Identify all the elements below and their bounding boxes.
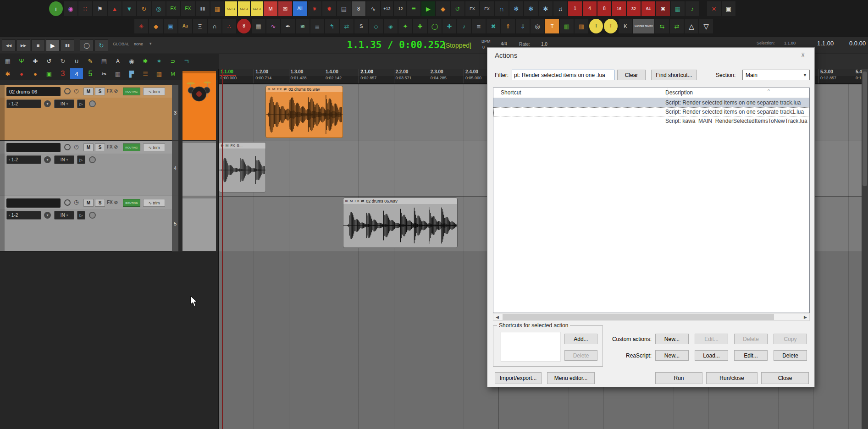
plus-teal-icon[interactable]: ✚: [442, 19, 456, 33]
color-wheel-icon[interactable]: ◉: [64, 1, 77, 16]
track-panel-empty-area[interactable]: [0, 252, 219, 429]
frame-icon[interactable]: ▣: [722, 1, 735, 16]
play-button[interactable]: ▶: [46, 39, 60, 51]
close-button[interactable]: Close: [761, 372, 809, 384]
record-arm-button[interactable]: [64, 199, 71, 206]
dots-icon[interactable]: ∷: [78, 1, 92, 16]
track-name-field[interactable]: 02 drums 06: [6, 87, 61, 96]
window-icon[interactable]: ▛: [125, 68, 138, 79]
track-number-4[interactable]: 4: [172, 141, 178, 196]
freeze2-icon[interactable]: ✻: [524, 1, 538, 16]
lock-green-icon[interactable]: ▣: [43, 68, 55, 79]
pencil-icon[interactable]: ✎: [84, 55, 97, 66]
diamond-orange-icon[interactable]: ◆: [436, 1, 450, 16]
note-teal-icon[interactable]: ♪: [457, 19, 471, 33]
track-panel-3[interactable]: 02 drums 06◷MSFX ⊘ROUTING∿ trim▪1-2▾IN▾▷: [0, 85, 172, 141]
arrow-upleft-icon[interactable]: ↰: [325, 19, 339, 33]
column-green-icon[interactable]: ▥: [560, 19, 574, 33]
pin-icon[interactable]: ⊼: [801, 52, 805, 59]
track-name-field[interactable]: [6, 198, 61, 208]
sparkle-icon[interactable]: ✦: [398, 19, 412, 33]
diamond-teal-icon[interactable]: ◇: [369, 19, 383, 33]
plus12-icon[interactable]: +12: [381, 1, 393, 16]
track-number-3[interactable]: 3: [172, 85, 178, 141]
delete-shortcut-button[interactable]: Delete: [564, 350, 597, 361]
solo-button[interactable]: S: [95, 88, 105, 95]
midi-icon[interactable]: M: [264, 1, 277, 16]
eight-red-icon[interactable]: 8: [237, 19, 251, 33]
burst-icon[interactable]: ✷: [308, 1, 321, 16]
phase-button[interactable]: ▷: [77, 99, 85, 108]
arrow-up-orange-icon[interactable]: ⇑: [501, 19, 515, 33]
pan-knob[interactable]: [89, 100, 96, 107]
rate-value[interactable]: 1.0: [541, 42, 547, 47]
wave-icon[interactable]: ∿: [366, 1, 380, 16]
num5-icon[interactable]: 5: [84, 68, 97, 79]
pan-knob[interactable]: [89, 156, 96, 163]
chevron-down-icon[interactable]: ▾: [44, 156, 51, 163]
horizontal-scrollbar[interactable]: ◀ ▶: [493, 313, 810, 321]
meter-icon[interactable]: ▮▮: [196, 1, 210, 16]
num3-icon[interactable]: 3: [56, 68, 69, 79]
clock-icon[interactable]: ◷: [74, 88, 78, 94]
get3-icon[interactable]: GET 3: [251, 1, 263, 16]
curve-icon[interactable]: ∩: [208, 19, 221, 33]
tri-up-icon[interactable]: △: [685, 19, 698, 33]
mixer-panel-track-3[interactable]: [182, 71, 216, 141]
import-export-button[interactable]: Import/export...: [495, 372, 542, 384]
shortcut-listbox[interactable]: [501, 332, 560, 362]
reascript-edit-button[interactable]: Edit...: [734, 350, 768, 361]
undo-green-icon[interactable]: ↺: [451, 1, 464, 16]
repeat-button[interactable]: ↻: [94, 39, 108, 51]
action-row[interactable]: Script: Render selected items on one sep…: [493, 107, 809, 116]
trim-envelope-button[interactable]: ∿ trim: [143, 143, 165, 151]
minus12-icon[interactable]: -12: [394, 1, 406, 16]
solo-button[interactable]: S: [95, 199, 105, 207]
action-row[interactable]: Script: kawa_MAIN_RenderSelectedItemsToN…: [493, 116, 809, 126]
action-list[interactable]: Shortcut Description ^ Script: Render se…: [493, 88, 810, 313]
headphones-icon[interactable]: ∩: [495, 1, 509, 16]
record-red-icon[interactable]: ●: [15, 68, 28, 79]
star-green-icon[interactable]: ✱: [139, 55, 152, 66]
piano-icon[interactable]: ♫: [553, 1, 567, 16]
x-teal-icon[interactable]: ✖: [487, 19, 500, 33]
scroll-left-icon[interactable]: ◀: [493, 314, 501, 320]
track-panel-4[interactable]: ◷MSFX ⊘ROUTING∿ trim▪1-2▾IN▾▷: [0, 141, 172, 196]
mute-button[interactable]: M: [83, 88, 94, 95]
io-button[interactable]: ▪1-2: [6, 99, 41, 108]
freeze-icon[interactable]: ✻: [509, 1, 523, 16]
filter-input[interactable]: [512, 70, 614, 80]
skull-icon[interactable]: ✖: [656, 1, 670, 16]
record-button[interactable]: ◯: [80, 39, 94, 51]
record-arm-button[interactable]: [64, 144, 71, 150]
note-green-icon[interactable]: ♪: [686, 1, 699, 16]
track-number-5[interactable]: 5: [172, 196, 178, 252]
time-signature[interactable]: 4/4: [501, 41, 507, 46]
reascript-delete-button[interactable]: Delete: [774, 350, 807, 361]
phase-button[interactable]: ▷: [77, 211, 85, 220]
bracket-icon[interactable]: ⊐: [180, 55, 193, 66]
grid-small-icon[interactable]: ▦: [111, 68, 124, 79]
grid-orange2-icon[interactable]: ▦: [153, 68, 166, 79]
get1-icon[interactable]: GET 1: [225, 1, 237, 16]
sliders-icon[interactable]: ≡: [472, 19, 486, 33]
target-icon[interactable]: ◎: [531, 19, 544, 33]
star-teal-icon[interactable]: ✶: [153, 55, 166, 66]
vertical-scrollbar[interactable]: [862, 69, 868, 429]
razor-icon[interactable]: ✚: [29, 55, 42, 66]
grid-orange-icon[interactable]: ▦: [210, 1, 224, 16]
trim-envelope-button[interactable]: ∿ trim: [143, 199, 165, 207]
arrow-down-blue-icon[interactable]: ⇓: [516, 19, 530, 33]
io-button[interactable]: ▪1-2: [6, 155, 41, 164]
loop-icon[interactable]: ↻: [137, 1, 151, 16]
phase-button[interactable]: ▷: [77, 155, 85, 164]
mixer-panel-track-5[interactable]: [182, 196, 216, 252]
close-icon[interactable]: ✕: [707, 1, 721, 16]
div4-icon[interactable]: 4: [583, 1, 597, 16]
shuffle-icon[interactable]: ⇆: [655, 19, 669, 33]
global-automation-label[interactable]: GLOBAL: [113, 42, 129, 46]
play-box-icon[interactable]: ▶: [421, 1, 435, 16]
num4-icon[interactable]: 4: [70, 68, 83, 79]
m-green-icon[interactable]: M: [166, 68, 179, 79]
pan-knob[interactable]: [89, 212, 96, 219]
